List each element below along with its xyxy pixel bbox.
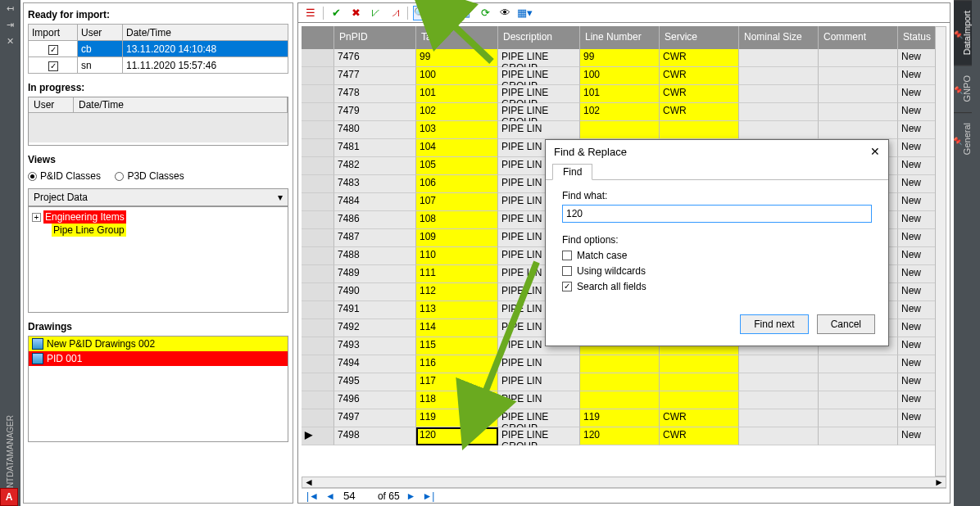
cell[interactable] xyxy=(819,121,898,139)
progress-col-user[interactable]: User xyxy=(29,97,74,112)
cell[interactable]: 112 xyxy=(416,283,498,301)
col-pnpid[interactable]: PnPID xyxy=(334,26,416,49)
cross-red-icon[interactable]: ✖ xyxy=(348,6,363,20)
table-row[interactable]: 7497119PIPE LINE GROUP119CWRNew xyxy=(302,409,946,427)
cell[interactable]: 103 xyxy=(416,121,498,139)
drawing-item[interactable]: New P&ID Drawings 002 xyxy=(29,337,288,351)
cell[interactable]: 7481 xyxy=(334,139,416,157)
cell[interactable]: 99 xyxy=(416,49,498,67)
cell[interactable]: 7483 xyxy=(334,175,416,193)
cell[interactable]: 7496 xyxy=(334,391,416,409)
cell[interactable] xyxy=(580,391,660,409)
cell[interactable]: 7490 xyxy=(334,283,416,301)
cell[interactable] xyxy=(660,373,739,391)
cell[interactable]: 7488 xyxy=(334,247,416,265)
cell[interactable]: PIPE LINE GROUP xyxy=(498,427,580,445)
tab-dataimport[interactable]: 📌DataImport xyxy=(954,0,972,65)
find-next-button[interactable]: Find next xyxy=(740,314,808,334)
opt-wildcards[interactable]: Using wildcards xyxy=(562,265,872,277)
radio-pid-classes[interactable]: P&ID Classes xyxy=(28,170,101,182)
refresh-icon[interactable]: ⟳ xyxy=(478,6,492,20)
pager-next-icon[interactable]: ► xyxy=(406,490,416,502)
table-row[interactable]: 7494116PIPE LINNew xyxy=(302,355,946,373)
table-row[interactable]: 7477100PIPE LINE GROUP100CWRNew xyxy=(302,67,946,85)
cell[interactable]: CWR xyxy=(660,49,739,67)
cell[interactable]: PIPE LINE GROUP xyxy=(498,409,580,427)
vertical-scrollbar[interactable] xyxy=(935,26,946,477)
cell[interactable]: 101 xyxy=(416,85,498,103)
cell[interactable]: 7495 xyxy=(334,373,416,391)
cell[interactable] xyxy=(819,355,898,373)
opt-search-all[interactable]: ✓Search all fields xyxy=(562,281,872,292)
import-col-user[interactable]: User xyxy=(78,25,123,41)
cell[interactable]: 7486 xyxy=(334,211,416,229)
table-row[interactable]: 7496118PIPE LINNew xyxy=(302,391,946,409)
binoculars-icon[interactable]: 👁 xyxy=(497,6,512,20)
cell[interactable]: 7498 xyxy=(334,427,416,445)
cell[interactable]: PIPE LINE GROUP xyxy=(498,85,580,103)
pin-icon[interactable]: ⇥ xyxy=(0,16,20,33)
cell[interactable]: CWR xyxy=(660,409,739,427)
cancel-button[interactable]: Cancel xyxy=(817,314,875,334)
tree-node-engineering[interactable]: Engineering Items xyxy=(43,210,126,224)
cell[interactable]: 108 xyxy=(416,211,498,229)
cell[interactable]: 106 xyxy=(416,175,498,193)
table-row[interactable]: 7478101PIPE LINE GROUP101CWRNew xyxy=(302,85,946,103)
cell[interactable] xyxy=(819,409,898,427)
cell[interactable]: 100 xyxy=(416,67,498,85)
cell[interactable] xyxy=(739,121,819,139)
cell[interactable]: 111 xyxy=(416,265,498,283)
cell[interactable]: PIPE LIN xyxy=(498,355,580,373)
check-green-icon[interactable]: ✔ xyxy=(329,6,343,20)
tab-gnpo[interactable]: 📌GNPO xyxy=(954,65,972,111)
cell[interactable] xyxy=(819,67,898,85)
cell[interactable]: PIPE LINE GROUP xyxy=(498,103,580,121)
cell[interactable]: 7480 xyxy=(334,121,416,139)
cell[interactable]: 110 xyxy=(416,247,498,265)
cell[interactable]: 105 xyxy=(416,157,498,175)
cell[interactable]: PIPE LIN xyxy=(498,373,580,391)
cell[interactable]: 119 xyxy=(416,409,498,427)
cell[interactable] xyxy=(739,373,819,391)
grid-dropdown-icon[interactable]: ▦▾ xyxy=(517,6,532,20)
cell[interactable] xyxy=(819,49,898,67)
cell[interactable] xyxy=(739,103,819,121)
horizontal-scrollbar[interactable]: ◄► xyxy=(302,477,946,488)
search-icon[interactable]: 🔍 xyxy=(413,6,428,20)
cell[interactable]: 104 xyxy=(416,139,498,157)
opt-match-case[interactable]: Match case xyxy=(562,250,872,261)
cell[interactable]: 120 xyxy=(580,427,660,445)
cell[interactable]: 7497 xyxy=(334,409,416,427)
cell[interactable]: 109 xyxy=(416,229,498,247)
table-row[interactable]: 7479102PIPE LINE GROUP102CWRNew xyxy=(302,103,946,121)
cell[interactable]: CWR xyxy=(660,103,739,121)
table-row[interactable]: 747699PIPE LINE GROUP99CWRNew xyxy=(302,49,946,67)
col-service[interactable]: Service xyxy=(660,26,739,49)
cell[interactable]: 107 xyxy=(416,193,498,211)
cell[interactable]: CWR xyxy=(660,85,739,103)
cell[interactable]: 120 xyxy=(416,427,498,445)
cell[interactable] xyxy=(660,355,739,373)
cell[interactable]: 115 xyxy=(416,337,498,355)
cell[interactable]: 7494 xyxy=(334,355,416,373)
tab-general[interactable]: 📌General xyxy=(954,112,972,165)
close-icon[interactable]: ✕ xyxy=(0,33,20,49)
cell[interactable]: 7479 xyxy=(334,103,416,121)
cell[interactable] xyxy=(819,391,898,409)
cell[interactable]: 7484 xyxy=(334,193,416,211)
cell[interactable] xyxy=(580,373,660,391)
cell[interactable] xyxy=(739,355,819,373)
cell[interactable] xyxy=(739,49,819,67)
cell[interactable]: 7487 xyxy=(334,229,416,247)
radio-p3d-classes[interactable]: P3D Classes xyxy=(115,170,184,182)
cell[interactable] xyxy=(580,355,660,373)
cell[interactable] xyxy=(739,409,819,427)
import-row[interactable]: ✓ cb 13.11.2020 14:10:48 xyxy=(29,41,288,57)
cross-multi-icon[interactable]: ⩘ xyxy=(388,6,402,20)
cell[interactable] xyxy=(739,427,819,445)
collapse-icon[interactable]: ↤ xyxy=(0,0,20,16)
tree-expander-icon[interactable]: + xyxy=(32,213,41,222)
dialog-close-icon[interactable]: ✕ xyxy=(870,145,880,158)
cell[interactable]: PIPE LINE GROUP xyxy=(498,49,580,67)
cell[interactable]: 117 xyxy=(416,373,498,391)
